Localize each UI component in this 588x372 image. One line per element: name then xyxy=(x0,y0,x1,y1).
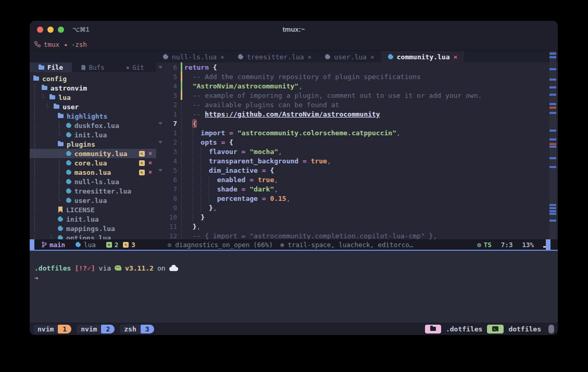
code-text: "AstroNvim/astrocommunity", xyxy=(184,82,303,90)
folder-icon xyxy=(42,86,47,90)
buffer-tab-null-ls.lua[interactable]: null-ls.lua× xyxy=(156,51,231,62)
prompt-input-line[interactable]: ➔ xyxy=(34,273,558,282)
tree-item-init.lua[interactable]: │ └ init.lua xyxy=(30,130,156,139)
line-number: 11 xyxy=(165,223,177,230)
code-token: -- { import = "astrocommunity.completion… xyxy=(184,232,437,240)
indent-guide: │ xyxy=(33,84,41,92)
task-percent: (66%) xyxy=(253,241,273,249)
fold-caret-icon[interactable] xyxy=(158,169,162,172)
code-token: "mocha" xyxy=(249,148,278,156)
close-icon[interactable]: × xyxy=(148,160,152,166)
lua-icon xyxy=(58,216,63,222)
shell-pane[interactable]: .dotfiles [!?✓] via v3.11.2 on ➔ xyxy=(30,251,558,323)
tree-item-null-ls.lua[interactable]: │ │ null-ls.lua xyxy=(30,177,156,186)
code-token: ▏ xyxy=(184,213,201,221)
prompt-via: via xyxy=(99,264,111,272)
code-text: { xyxy=(184,120,196,127)
tree-item-config[interactable]: config xyxy=(30,74,156,83)
tree-item-core.lua[interactable]: │ │ core.lua✎× xyxy=(30,158,156,168)
fold-caret-icon[interactable] xyxy=(158,122,162,125)
tmux-window-number: 2 xyxy=(101,325,115,333)
tree-item-label: mason.lua xyxy=(74,169,111,176)
code-line-3: 4 "AstroNvim/astrocommunity", xyxy=(156,81,558,91)
indent-guide: │ │ xyxy=(33,122,66,130)
code-token: = xyxy=(237,148,249,156)
modified-icon: ✎ xyxy=(123,242,129,248)
tree-item-duskfox.lua[interactable]: │ │ duskfox.lua xyxy=(30,121,156,130)
close-icon[interactable]: × xyxy=(370,53,374,61)
sign-column xyxy=(177,91,184,100)
buffer-tabs: null-ls.lua×treesitter.lua×user.lua×comm… xyxy=(156,51,464,62)
close-icon[interactable]: × xyxy=(220,53,224,61)
sidebar-tab-file[interactable]: File xyxy=(30,62,72,72)
buffer-tab-user.lua[interactable]: user.lua× xyxy=(318,51,381,62)
code-editor[interactable]: 6return {5 -- Add the community reposito… xyxy=(156,62,558,239)
tree-item-mappings.lua[interactable]: │ mappings.lua xyxy=(30,224,156,233)
close-icon[interactable]: × xyxy=(308,53,312,61)
tree-item-treesitter.lua[interactable]: │ │ treesitter.lua xyxy=(30,186,156,196)
modified-badge-icon: ✎ xyxy=(139,160,145,166)
treesitter-label: TS xyxy=(484,241,492,249)
line-number: 6 xyxy=(165,63,177,71)
code-text: -- https://github.com/AstroNvim/astrocom… xyxy=(184,110,380,118)
code-text: ▏ } xyxy=(184,213,205,221)
close-window-button[interactable] xyxy=(37,27,43,33)
modified-badge-icon: ✎ xyxy=(139,151,145,157)
sign-column xyxy=(177,137,184,147)
lsp-icon: ✻ xyxy=(280,241,284,249)
code-token: opts xyxy=(201,138,217,146)
tree-item-init.lua[interactable]: │ init.lua xyxy=(30,214,156,224)
tree-item-astronvim[interactable]: │ astronvim xyxy=(30,83,156,93)
sidebar-tab-bufs[interactable]: Bufs xyxy=(72,62,114,72)
filetype-label: lua xyxy=(84,241,96,249)
lua-icon xyxy=(58,226,63,231)
sidebar-tab-git[interactable]: ◈Git xyxy=(114,62,156,72)
branch-name: main xyxy=(49,241,65,249)
close-icon[interactable]: × xyxy=(148,150,152,157)
tmux-session-name: dotfiles xyxy=(508,325,541,333)
tree-item-user.lua[interactable]: │ └ user.lua xyxy=(30,196,156,205)
fold-column[interactable] xyxy=(156,141,165,144)
bufferline: null-ls.lua×treesitter.lua×user.lua×comm… xyxy=(30,51,558,62)
line-number: 9 xyxy=(165,204,177,212)
code-token: -- available plugins can be found at xyxy=(184,101,339,109)
code-token: , xyxy=(327,157,331,165)
code-token: transparent_background xyxy=(209,157,298,165)
tree-item-LICENSE[interactable]: │ LICENSE xyxy=(30,205,156,214)
close-icon[interactable]: × xyxy=(148,169,152,175)
python-icon xyxy=(115,265,121,271)
scrollbar-mark-blue xyxy=(549,146,556,148)
close-icon[interactable]: × xyxy=(454,53,458,61)
gitsign-chg xyxy=(181,91,182,100)
code-token: -- Add the community repository of plugi… xyxy=(184,73,421,81)
fold-column[interactable] xyxy=(156,66,165,69)
scrollbar[interactable] xyxy=(549,51,556,239)
minimize-window-button[interactable] xyxy=(47,27,54,33)
tree-item-plugins[interactable]: │ plugins xyxy=(30,139,156,149)
prompt-directory: .dotfiles xyxy=(34,264,71,272)
buffer-tab-treesitter.lua[interactable]: treesitter.lua× xyxy=(231,51,318,62)
tree-item-user[interactable]: │ └ user xyxy=(30,102,156,111)
fold-caret-icon[interactable] xyxy=(158,66,162,69)
sign-column xyxy=(177,109,184,119)
tmux-window-3[interactable]: zsh3 xyxy=(120,325,154,333)
lua-icon xyxy=(66,179,71,184)
indent-guide: │ │ xyxy=(33,150,66,158)
maximize-window-button[interactable] xyxy=(58,27,64,33)
fold-column[interactable] xyxy=(156,122,165,125)
tree-item-community.lua[interactable]: │ │ community.lua✎× xyxy=(30,149,156,158)
buffer-tab-community.lua[interactable]: community.lua× xyxy=(381,51,465,62)
tree-item-highlights[interactable]: │ highlights xyxy=(30,111,156,121)
git-branch[interactable]: main xyxy=(42,241,65,249)
tree-item-lua[interactable]: │ └ lua xyxy=(30,93,156,102)
tmux-session-label[interactable]: tmux ◂ -zsh xyxy=(44,41,87,48)
fold-caret-icon[interactable] xyxy=(158,141,162,144)
tmux-window-1[interactable]: nvim1 xyxy=(33,325,71,333)
tmux-window-2[interactable]: nvim2 xyxy=(77,325,115,333)
tree-item-mason.lua[interactable]: │ │ mason.lua✎× xyxy=(30,168,156,177)
fold-column[interactable] xyxy=(156,169,165,172)
added-icon: + xyxy=(106,242,112,248)
tree-item-options.lua[interactable]: │ └ options.lua xyxy=(30,233,156,239)
code-token: true xyxy=(311,157,327,165)
line-number: 3 xyxy=(165,92,177,99)
